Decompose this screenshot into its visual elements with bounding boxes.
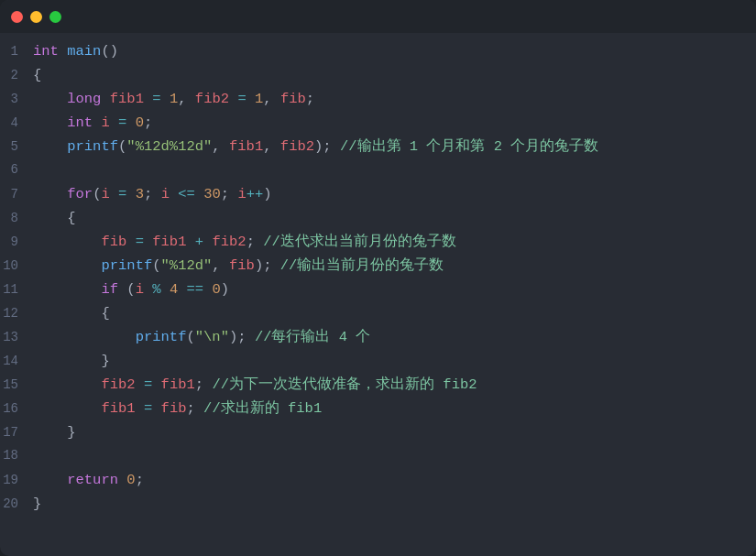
code-line: 18 [0, 445, 756, 469]
code-line: 7 for(i = 3; i <= 30; i++) [0, 183, 756, 207]
code-line: 14 } [0, 350, 756, 374]
code-area[interactable]: 1 int main() 2 { 3 long fib1 = 1, fib2 =… [0, 33, 756, 556]
code-line: 2 { [0, 64, 756, 88]
code-line: 16 fib1 = fib; //求出新的 fib1 [0, 398, 756, 421]
code-line: 17 } [0, 421, 756, 445]
titlebar [0, 0, 756, 33]
code-line: 6 [0, 159, 756, 183]
code-line: 9 fib = fib1 + fib2; //迭代求出当前月份的兔子数 [0, 231, 756, 255]
minimize-button[interactable] [30, 11, 42, 23]
code-editor-window: 1 int main() 2 { 3 long fib1 = 1, fib2 =… [0, 0, 756, 556]
code-line: 4 int i = 0; [0, 112, 756, 136]
maximize-button[interactable] [49, 11, 61, 23]
code-line: 13 printf("\n"); //每行输出 4 个 [0, 326, 756, 350]
code-line: 8 { [0, 207, 756, 231]
code-line: 12 { [0, 302, 756, 326]
code-line: 3 long fib1 = 1, fib2 = 1, fib; [0, 88, 756, 112]
code-line: 19 return 0; [0, 469, 756, 493]
code-line: 1 int main() [0, 40, 756, 64]
close-button[interactable] [11, 11, 23, 23]
code-line: 10 printf("%12d", fib); //输出当前月份的兔子数 [0, 255, 756, 278]
code-line: 5 printf("%12d%12d", fib1, fib2); //输出第 … [0, 136, 756, 159]
code-line: 20 } [0, 493, 756, 517]
code-line: 15 fib2 = fib1; //为下一次迭代做准备，求出新的 fib2 [0, 374, 756, 398]
code-line: 11 if (i % 4 == 0) [0, 278, 756, 302]
